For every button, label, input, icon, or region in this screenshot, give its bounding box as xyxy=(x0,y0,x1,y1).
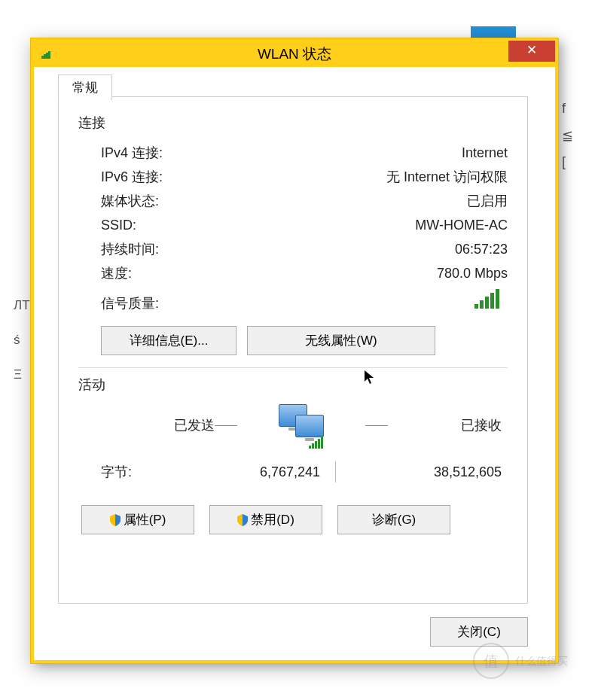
ipv4-label: IPv4 连接: xyxy=(101,142,163,163)
dash-left xyxy=(215,425,237,426)
client-area: 常规 连接 IPv4 连接: Internet IPv6 连接: 无 Inter… xyxy=(34,67,555,660)
disable-button-label: 禁用(D) xyxy=(251,511,294,528)
speed-value: 780.0 Mbps xyxy=(437,263,508,284)
tab-panel-general: 连接 IPv4 连接: Internet IPv6 连接: 无 Internet… xyxy=(58,96,528,604)
tab-general-label: 常规 xyxy=(72,81,98,95)
row-signal: 信号质量: xyxy=(78,287,508,312)
close-icon: ✕ xyxy=(526,43,537,57)
window-close-button[interactable]: ✕ xyxy=(508,41,555,62)
section-divider xyxy=(78,367,508,368)
duration-value: 06:57:23 xyxy=(455,239,508,260)
watermark-text: 什么值得买 xyxy=(515,655,568,667)
speed-label: 速度: xyxy=(101,263,132,284)
network-activity-icon xyxy=(237,404,365,446)
ipv6-label: IPv6 连接: xyxy=(101,166,163,187)
shield-icon xyxy=(237,514,248,526)
row-media: 媒体状态: 已启用 xyxy=(78,190,508,212)
row-ipv6: IPv6 连接: 无 Internet 访问权限 xyxy=(78,166,508,187)
close-button-label: 关闭(C) xyxy=(457,625,501,639)
watermark: 值 什么值得买 xyxy=(473,643,571,679)
ssid-value: MW-HOME-AC xyxy=(415,215,508,236)
row-ssid: SSID: MW-HOME-AC xyxy=(78,215,508,236)
bytes-received-value: 38,512,605 xyxy=(350,464,502,480)
activity-header-row: 已发送 已接收 xyxy=(78,404,508,446)
signal-bars-icon xyxy=(474,291,500,309)
received-label: 已接收 xyxy=(388,416,502,434)
tab-general[interactable]: 常规 xyxy=(58,75,112,101)
row-ipv4: IPv4 连接: Internet xyxy=(78,142,508,163)
bytes-sent-value: 6,767,241 xyxy=(169,464,320,480)
tab-strip: 常规 xyxy=(58,75,528,97)
shield-icon xyxy=(110,514,121,526)
action-buttons: 属性(P) 禁用(D) 诊断(G) xyxy=(78,505,508,534)
properties-button[interactable]: 属性(P) xyxy=(81,505,194,534)
connection-section-label: 连接 xyxy=(78,114,508,132)
wlan-status-window: WLAN 状态 ✕ 常规 连接 IPv4 连接: Internet IPv6 连… xyxy=(30,38,559,664)
activity-section-label: 活动 xyxy=(78,376,508,394)
sent-label: 已发送 xyxy=(101,416,215,434)
details-button-label: 详细信息(E)... xyxy=(130,333,209,348)
wireless-properties-button-label: 无线属性(W) xyxy=(305,333,377,348)
ipv6-value: 无 Internet 访问权限 xyxy=(386,166,508,187)
diagnose-button-label: 诊断(G) xyxy=(372,511,416,528)
disable-button[interactable]: 禁用(D) xyxy=(209,505,322,534)
signal-label: 信号质量: xyxy=(101,294,159,312)
ipv4-value: Internet xyxy=(462,142,508,163)
ssid-label: SSID: xyxy=(101,215,136,236)
wireless-properties-button[interactable]: 无线属性(W) xyxy=(247,326,435,355)
window-title: WLAN 状态 xyxy=(34,41,555,67)
row-speed: 速度: 780.0 Mbps xyxy=(78,263,508,284)
dash-right xyxy=(365,425,388,426)
media-value: 已启用 xyxy=(467,190,508,212)
bytes-separator xyxy=(320,461,350,482)
media-label: 媒体状态: xyxy=(101,190,159,212)
bytes-row: 字节: 6,767,241 38,512,605 xyxy=(78,461,508,482)
background-left-text: ЛТśΞ xyxy=(14,278,27,402)
bytes-label: 字节: xyxy=(101,463,169,481)
wifi-icon xyxy=(41,50,52,59)
row-duration: 持续时间: 06:57:23 xyxy=(78,239,508,260)
footer: 关闭(C) xyxy=(58,617,528,647)
diagnose-button[interactable]: 诊断(G) xyxy=(337,505,450,534)
watermark-glyph: 值 xyxy=(473,643,509,679)
details-button[interactable]: 详细信息(E)... xyxy=(101,326,236,355)
duration-label: 持续时间: xyxy=(101,239,159,260)
properties-button-label: 属性(P) xyxy=(124,511,166,528)
background-right-text: f≦[ xyxy=(562,90,580,542)
connection-buttons: 详细信息(E)... 无线属性(W) xyxy=(78,326,508,355)
titlebar[interactable]: WLAN 状态 ✕ xyxy=(34,41,555,67)
